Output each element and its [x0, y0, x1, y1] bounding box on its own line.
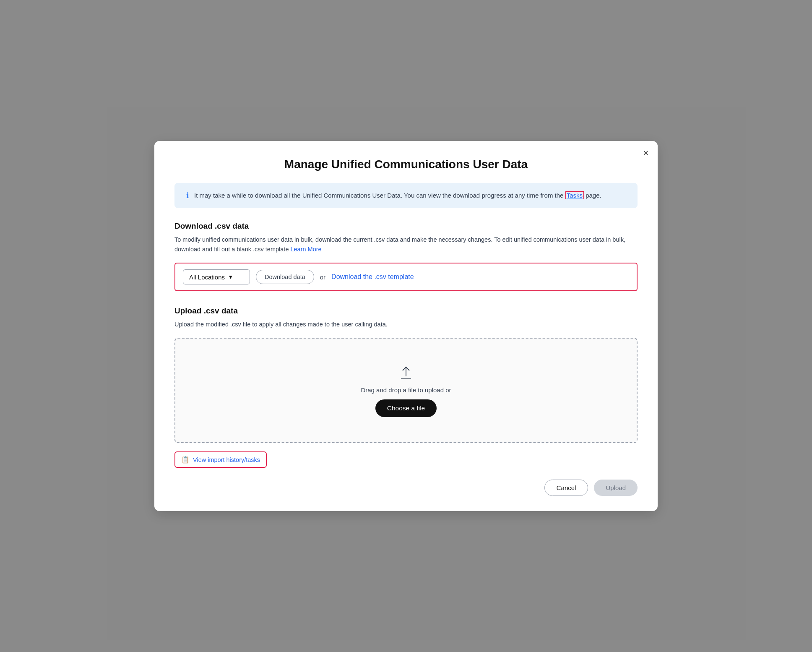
upload-arrow-icon: [398, 364, 414, 381]
view-import-label: View import history/tasks: [193, 456, 260, 463]
download-section-desc: To modify unified communications user da…: [174, 235, 638, 254]
upload-icon: [398, 364, 414, 381]
chevron-down-icon: ▾: [229, 273, 232, 281]
drag-drop-text: Drag and drop a file to upload or: [361, 386, 451, 394]
modal-title: Manage Unified Communications User Data: [174, 158, 638, 171]
learn-more-link[interactable]: Learn More: [290, 246, 321, 253]
modal-overlay[interactable]: × Manage Unified Communications User Dat…: [0, 0, 812, 652]
upload-section-title: Upload .csv data: [174, 306, 638, 316]
view-import-link[interactable]: 📋 View import history/tasks: [174, 451, 267, 468]
upload-button[interactable]: Upload: [594, 480, 638, 496]
cancel-button[interactable]: Cancel: [544, 480, 588, 496]
location-select[interactable]: All Locations ▾: [183, 269, 250, 284]
location-select-value: All Locations: [189, 274, 225, 281]
choose-file-button[interactable]: Choose a file: [375, 399, 437, 417]
download-data-button[interactable]: Download data: [256, 270, 314, 284]
or-label: or: [320, 274, 325, 281]
upload-dropzone[interactable]: Drag and drop a file to upload or Choose…: [174, 338, 638, 443]
info-icon: ℹ: [186, 191, 189, 200]
csv-template-link[interactable]: Download the .csv template: [331, 273, 414, 281]
document-icon: 📋: [181, 456, 190, 464]
modal-footer: Cancel Upload: [174, 480, 638, 496]
info-banner: ℹ It may take a while to download all th…: [174, 183, 638, 208]
tasks-link[interactable]: Tasks: [565, 191, 584, 199]
upload-section-desc: Upload the modified .csv file to apply a…: [174, 320, 638, 329]
download-section-title: Download .csv data: [174, 222, 638, 231]
download-row: All Locations ▾ Download data or Downloa…: [174, 263, 638, 291]
info-banner-text: It may take a while to download all the …: [194, 190, 601, 201]
close-button[interactable]: ×: [643, 149, 648, 158]
modal-dialog: × Manage Unified Communications User Dat…: [154, 141, 658, 511]
